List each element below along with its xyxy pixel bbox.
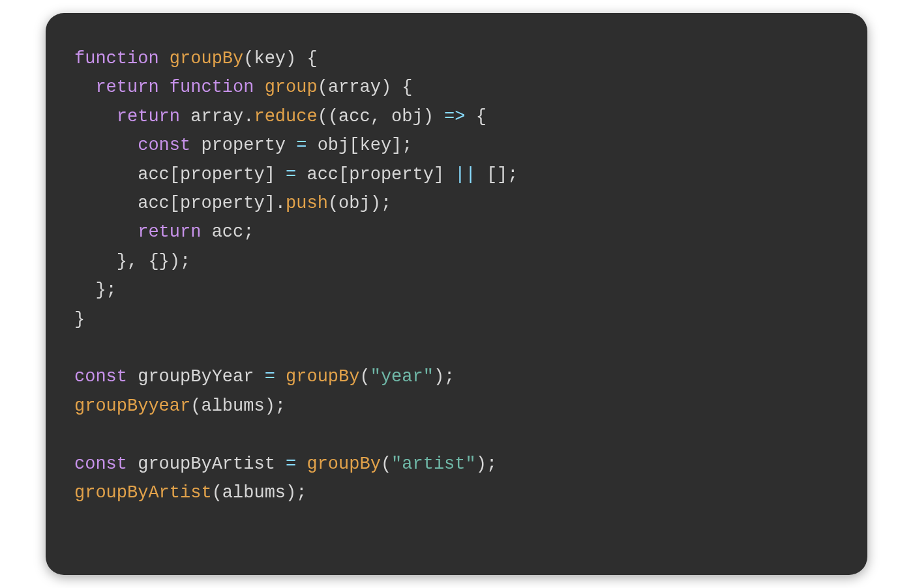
code-block: function groupBy(key) { return function … — [74, 44, 839, 508]
fn-call-groupby: groupBy — [286, 367, 359, 387]
punct-open-bracket: [ — [338, 165, 349, 184]
ident-acc: acc — [307, 165, 338, 184]
code-line: return acc; — [74, 222, 254, 242]
punct-dot: . — [275, 194, 286, 213]
punct-semicolon: ; — [180, 252, 190, 271]
code-line: return array.reduce((acc, obj) => { — [74, 107, 486, 126]
code-line: groupByyear(albums); — [74, 396, 286, 416]
ident-array: array — [190, 107, 243, 126]
code-line: acc[property].push(obj); — [74, 194, 391, 213]
fn-name-groupby: groupBy — [170, 49, 243, 68]
punct-close-brace: } — [74, 310, 85, 329]
punct-open-paren: ( — [381, 454, 391, 474]
punct-open-bracket: [ — [349, 136, 359, 155]
keyword-const: const — [138, 136, 190, 155]
op-eq: = — [286, 454, 296, 474]
punct-close-paren: ) — [423, 107, 434, 126]
op-arrow: => — [444, 107, 465, 126]
ident-acc: acc — [138, 194, 170, 213]
code-line: return function group(array) { — [74, 78, 413, 97]
punct-close-paren: ) — [265, 396, 275, 416]
ident-acc: acc — [212, 222, 244, 242]
ident-albums: albums — [222, 483, 286, 503]
param-obj: obj — [391, 107, 423, 126]
punct-semicolon: ; — [296, 483, 307, 503]
ident-obj: obj — [318, 136, 350, 155]
ident-obj: obj — [338, 194, 370, 213]
punct-open-brace: { — [402, 78, 412, 97]
keyword-return: return — [95, 78, 158, 97]
fn-name-group: group — [265, 78, 318, 97]
op-or: || — [455, 165, 475, 184]
ident-property: property — [180, 194, 265, 213]
punct-close-bracket: ] — [265, 165, 275, 184]
op-eq: = — [296, 136, 307, 155]
code-line: } — [74, 310, 85, 329]
punct-close-brace: } — [95, 280, 106, 300]
punct-semicolon: ; — [106, 280, 117, 300]
code-card: function groupBy(key) { return function … — [46, 13, 867, 575]
method-push: push — [286, 194, 328, 213]
punct-open-paren: ( — [318, 107, 328, 126]
punct-close-paren: ) — [381, 78, 391, 97]
punct-semicolon: ; — [402, 136, 412, 155]
punct-semicolon: ; — [243, 222, 254, 242]
punct-semicolon: ; — [444, 367, 455, 387]
code-line: const property = obj[key]; — [74, 136, 413, 155]
fn-call-groupbyyear: groupByyear — [74, 396, 190, 416]
punct-close-bracket: ] — [434, 165, 444, 184]
fn-call-groupbyartist: groupByArtist — [74, 483, 212, 503]
punct-close-paren: ) — [170, 252, 180, 271]
op-eq: = — [286, 165, 296, 184]
punct-close-paren: ) — [476, 454, 486, 474]
punct-open-paren: ( — [190, 396, 201, 416]
punct-open-bracket: [ — [170, 194, 180, 213]
keyword-const: const — [74, 454, 127, 474]
punct-open-brace: { — [307, 49, 317, 68]
punct-close-paren: ) — [286, 49, 296, 68]
punct-open-bracket: [ — [170, 165, 180, 184]
punct-comma: , — [127, 252, 138, 271]
punct-open-paren: ( — [318, 78, 328, 97]
string-year: "year" — [370, 367, 434, 387]
punct-semicolon: ; — [486, 454, 497, 474]
code-line: const groupByYear = groupBy("year"); — [74, 367, 455, 387]
code-blank-line — [74, 425, 85, 445]
punct-open-paren: ( — [212, 483, 222, 503]
code-line: function groupBy(key) { — [74, 49, 318, 68]
op-eq: = — [265, 367, 275, 387]
punct-open-paren: ( — [243, 49, 254, 68]
punct-semicolon: ; — [275, 396, 286, 416]
punct-close-paren: ) — [370, 194, 381, 213]
ident-groupbyartist: groupByArtist — [138, 454, 275, 474]
keyword-const: const — [74, 367, 127, 387]
keyword-return: return — [138, 222, 201, 242]
punct-comma: , — [370, 107, 381, 126]
param-acc: acc — [338, 107, 370, 126]
ident-key: key — [359, 136, 391, 155]
punct-close-brace: } — [117, 252, 127, 271]
punct-open-brace: { — [476, 107, 486, 126]
punct-empty-brackets: [] — [486, 165, 507, 184]
punct-close-paren: ) — [434, 367, 444, 387]
code-line: groupByArtist(albums); — [74, 483, 307, 503]
punct-semicolon: ; — [507, 165, 518, 184]
punct-semicolon: ; — [381, 194, 391, 213]
code-line: acc[property] = acc[property] || []; — [74, 165, 518, 184]
code-line: }; — [74, 280, 117, 300]
ident-acc: acc — [138, 165, 170, 184]
ident-property: property — [349, 165, 434, 184]
code-blank-line — [74, 338, 85, 358]
param-array: array — [328, 78, 381, 97]
punct-close-bracket: ] — [265, 194, 275, 213]
fn-call-groupby: groupBy — [307, 454, 380, 474]
punct-open-paren: ( — [328, 194, 338, 213]
ident-property: property — [180, 165, 265, 184]
punct-close-bracket: ] — [391, 136, 402, 155]
string-artist: "artist" — [391, 454, 476, 474]
code-line: }, {}); — [74, 252, 190, 271]
punct-close-paren: ) — [286, 483, 296, 503]
keyword-function: function — [170, 78, 254, 97]
ident-albums: albums — [201, 396, 264, 416]
code-line: const groupByArtist = groupBy("artist"); — [74, 454, 497, 474]
